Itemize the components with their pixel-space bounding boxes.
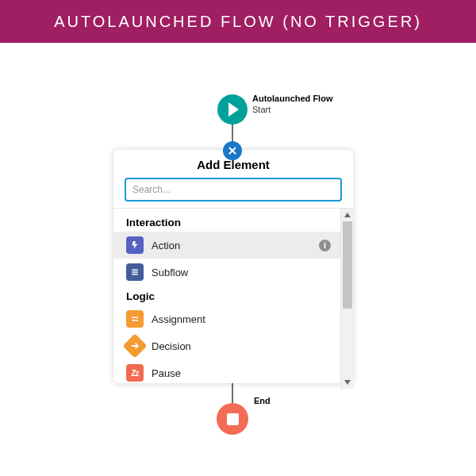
element-item-assignment[interactable]: Assignment — [113, 305, 340, 332]
scroll-down-button[interactable] — [341, 376, 354, 389]
svg-rect-1 — [132, 271, 138, 273]
chevron-down-icon — [344, 380, 351, 385]
page-banner: AUTOLAUNCHED FLOW (NO TRIGGER) — [0, 0, 476, 43]
flow-start-subtitle: Start — [252, 105, 271, 114]
element-item-pause[interactable]: Zz Pause — [113, 359, 340, 386]
flow-start-title: Autolaunched Flow — [252, 94, 332, 103]
info-icon[interactable]: i — [319, 240, 331, 251]
banner-title: AUTOLAUNCHED FLOW (NO TRIGGER) — [54, 13, 422, 31]
group-label-logic: Logic — [113, 286, 340, 305]
svg-rect-2 — [132, 274, 138, 275]
element-item-label: Assignment — [152, 313, 205, 325]
action-icon — [126, 236, 144, 254]
close-add-element-button[interactable] — [223, 141, 242, 160]
element-item-label: Action — [152, 240, 180, 251]
flow-end-label: End — [254, 396, 271, 405]
svg-rect-3 — [132, 317, 138, 319]
flow-start-node[interactable] — [217, 94, 248, 125]
element-list: Interaction Action i Subflow Logic — [113, 209, 340, 389]
add-element-popover: Add Element Interaction Action i — [113, 150, 353, 383]
search-input[interactable] — [125, 178, 342, 202]
group-label-interaction: Interaction — [113, 212, 340, 232]
element-item-label: Subflow — [152, 267, 188, 278]
stop-icon — [227, 413, 239, 425]
element-item-action[interactable]: Action i — [113, 232, 340, 259]
chevron-up-icon — [344, 213, 351, 217]
play-icon — [228, 102, 239, 117]
scroll-up-button[interactable] — [341, 209, 354, 221]
element-item-label: Pause — [152, 367, 181, 379]
decision-icon — [122, 333, 147, 358]
subflow-icon — [126, 263, 144, 281]
assignment-icon — [126, 310, 144, 328]
svg-rect-4 — [132, 320, 138, 321]
scrollbar-thumb[interactable] — [343, 221, 352, 309]
scrollbar[interactable] — [340, 209, 353, 389]
pause-icon: Zz — [126, 364, 144, 382]
element-item-label: Decision — [152, 340, 191, 352]
flow-end-node[interactable] — [217, 403, 248, 435]
svg-rect-0 — [132, 270, 138, 271]
element-item-subflow[interactable]: Subflow — [113, 259, 340, 286]
element-item-decision[interactable]: Decision — [113, 332, 340, 359]
